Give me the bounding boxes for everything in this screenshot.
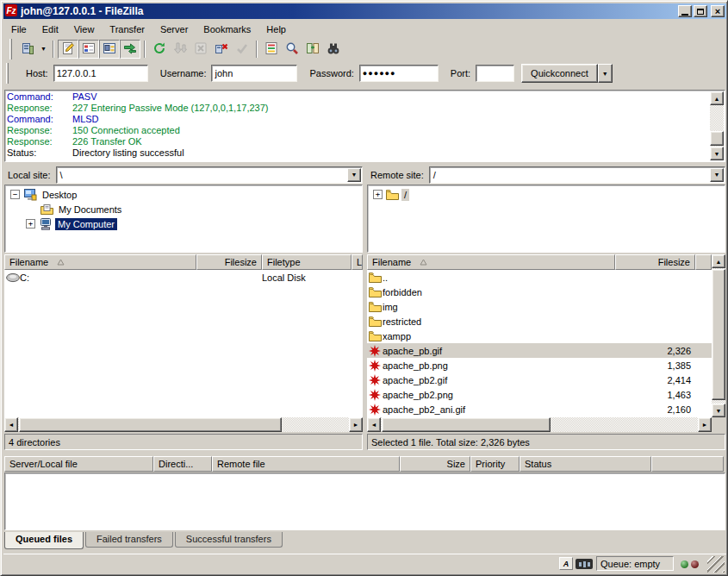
maximize-button[interactable] <box>694 5 707 17</box>
local-site-dropdown[interactable]: ▼ <box>347 168 361 182</box>
remote-file-row[interactable]: forbidden <box>367 285 712 299</box>
tree-expander[interactable]: + <box>26 219 35 229</box>
remote-file-row[interactable]: img <box>367 299 712 314</box>
local-column-l[interactable]: L <box>352 254 363 270</box>
username-input[interactable] <box>211 65 297 82</box>
remote-site-combo[interactable]: / ▼ <box>429 166 725 184</box>
local-site-combo[interactable]: \ ▼ <box>56 166 363 184</box>
remote-file-row[interactable]: apache_pb2_ani.gif2,160 <box>367 402 712 416</box>
menu-transfer[interactable]: Transfer <box>102 22 152 36</box>
remote-file-row[interactable]: .. <box>367 270 712 285</box>
queue-column-remote-file[interactable]: Remote file <box>212 456 400 472</box>
local-column-filetype[interactable]: Filetype <box>262 254 352 270</box>
host-input[interactable] <box>53 65 148 82</box>
port-input[interactable] <box>476 65 514 82</box>
toggle-local-tree-button[interactable] <box>78 40 99 59</box>
remote-file-row[interactable]: apache_pb.gif2,326 <box>367 343 712 358</box>
menu-view[interactable]: View <box>66 22 103 36</box>
file-name: apache_pb2.png <box>383 390 615 400</box>
log-line-label: Response: <box>7 136 72 147</box>
close-button[interactable]: × <box>711 5 725 17</box>
quickconnect-button[interactable]: Quickconnect <box>521 64 598 83</box>
tab-failed-transfers[interactable]: Failed transfers <box>85 532 173 548</box>
log-scrollbar[interactable]: ▲ ▼ <box>710 91 724 160</box>
remote-column-filesize[interactable]: Filesize <box>615 254 695 270</box>
filezilla-window: Fz john@127.0.0.1 - FileZilla × FileEdit… <box>0 0 728 576</box>
menu-edit[interactable]: Edit <box>34 22 66 36</box>
tree-expander[interactable]: − <box>10 190 20 199</box>
resize-grip[interactable] <box>707 556 725 573</box>
tab-queued-files[interactable]: Queued files <box>4 532 84 549</box>
local-hscroll-left[interactable]: ◄ <box>4 417 18 432</box>
search-button[interactable] <box>282 40 302 59</box>
queue-column-directi-[interactable]: Directi... <box>153 456 212 472</box>
remote-vscrollbar[interactable]: ▲ ▼ <box>712 254 725 417</box>
filter-button[interactable] <box>261 40 282 59</box>
queue-column-priority[interactable]: Priority <box>470 456 520 472</box>
remote-file-row[interactable]: restricted <box>367 314 712 329</box>
menu-server[interactable]: Server <box>152 22 196 36</box>
remote-tree: +/ <box>367 185 725 253</box>
tab-successful-transfers[interactable]: Successful transfers <box>175 532 283 548</box>
disconnect-button[interactable] <box>211 40 232 59</box>
queue-column-status[interactable]: Status <box>520 456 651 472</box>
remote-file-row[interactable]: apache_pb.png1,385 <box>367 358 712 373</box>
local-tree-item[interactable]: +My Computer <box>5 216 362 231</box>
remote-vscroll-up[interactable]: ▲ <box>712 254 725 268</box>
tree-label[interactable]: Desktop <box>40 189 79 201</box>
toggle-remote-tree-button[interactable] <box>99 40 120 59</box>
remote-vscroll-down[interactable]: ▼ <box>712 404 725 417</box>
local-column-filesize[interactable]: Filesize <box>196 254 262 270</box>
tree-label[interactable]: / <box>401 189 409 201</box>
menu-bookmarks[interactable]: Bookmarks <box>196 22 258 36</box>
toggle-transfer-queue-button[interactable] <box>120 40 140 59</box>
local-column-filename[interactable]: Filename <box>4 254 196 270</box>
search-icon <box>285 41 299 57</box>
tree-expander[interactable]: + <box>373 190 383 199</box>
remote-column-filename[interactable]: Filename <box>367 254 615 270</box>
remote-site-dropdown[interactable]: ▼ <box>710 168 724 182</box>
queue-column-filler[interactable] <box>651 456 724 472</box>
tree-label[interactable]: My Documents <box>56 203 124 216</box>
site-manager-button[interactable] <box>17 40 38 59</box>
process-queue-button[interactable] <box>170 40 190 59</box>
minimize-button[interactable] <box>678 5 692 17</box>
local-hscroll-right[interactable]: ► <box>349 417 363 432</box>
local-hscroll-thumb[interactable] <box>19 417 282 432</box>
log-scroll-down[interactable]: ▼ <box>710 147 724 160</box>
remote-hscroll-right[interactable]: ► <box>698 417 712 432</box>
remote-hscroll-left[interactable]: ◄ <box>367 417 381 432</box>
encryption-indicator <box>576 559 593 569</box>
title-bar[interactable]: Fz john@127.0.0.1 - FileZilla × <box>3 3 726 19</box>
site-manager-dropdown[interactable]: ▼ <box>38 40 49 59</box>
log-scroll-up[interactable]: ▲ <box>710 91 724 105</box>
tree-label[interactable]: My Computer <box>55 218 117 230</box>
local-file-row[interactable]: C:Local Disk <box>4 270 363 285</box>
local-tree-item[interactable]: −Desktop <box>5 187 362 202</box>
quickconnect-dropdown[interactable]: ▼ <box>598 64 613 83</box>
remote-file-row[interactable]: apache_pb2.png1,463 <box>367 387 712 402</box>
toggle-message-log-button[interactable] <box>58 40 78 59</box>
synchronized-browsing-button[interactable] <box>323 40 344 59</box>
menu-file[interactable]: File <box>3 22 34 36</box>
log-scroll-thumb[interactable] <box>710 131 724 146</box>
refresh-button[interactable] <box>149 40 170 59</box>
process-queue-icon <box>173 41 187 57</box>
cancel-operation-button[interactable] <box>190 40 211 59</box>
local-tree-item[interactable]: My Documents <box>5 202 362 216</box>
remote-file-row[interactable]: xampp <box>367 329 712 343</box>
column-label: Server/Local file <box>9 459 78 469</box>
remote-hscrollbar[interactable]: ◄ ► <box>367 417 712 432</box>
remote-vscroll-thumb[interactable] <box>712 269 725 400</box>
queue-column-size[interactable]: Size <box>400 456 470 472</box>
menu-help[interactable]: Help <box>258 22 294 36</box>
remote-hscroll-thumb[interactable] <box>382 417 551 432</box>
remote-tree-item[interactable]: +/ <box>368 187 725 202</box>
remote-file-row[interactable]: apache_pb2.gif2,414 <box>367 373 712 387</box>
password-input[interactable] <box>359 65 439 82</box>
verify-button[interactable] <box>232 40 252 59</box>
queue-column-server-local-file[interactable]: Server/Local file <box>4 456 153 472</box>
local-hscrollbar[interactable]: ◄ ► <box>4 417 363 432</box>
remote-column-filler[interactable] <box>695 254 712 270</box>
compare-directories-button[interactable] <box>302 40 323 59</box>
